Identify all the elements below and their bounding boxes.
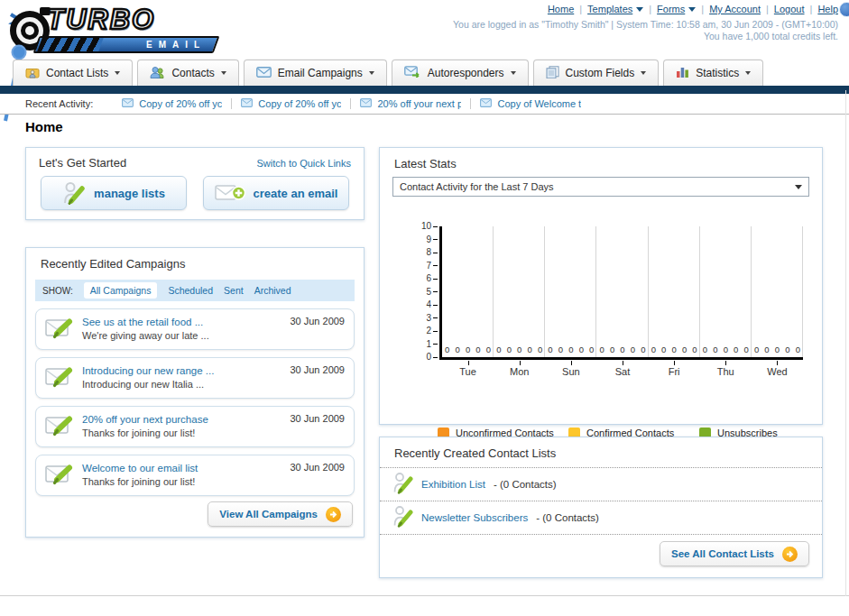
nav-link-label: Help	[817, 4, 838, 14]
chart-gridline	[699, 226, 700, 357]
recent-activity-item-label: 20% off your next p	[377, 98, 461, 109]
y-axis-tick-label: 4	[411, 299, 431, 309]
recent-activity-item-label: Copy of Welcome to	[497, 98, 581, 109]
bar-value-label: 0	[455, 345, 459, 354]
nav-link-forms[interactable]: Forms	[657, 4, 696, 14]
y-axis-tick-label: 3	[411, 313, 431, 323]
envelope-pencil-icon	[45, 414, 74, 440]
campaign-title-link[interactable]: 20% off your next purchase	[82, 413, 208, 428]
chevron-down-icon	[115, 71, 120, 75]
y-axis-tick-label: 10	[411, 221, 431, 231]
tab-label: Contact Lists	[46, 67, 108, 79]
contact-list-row[interactable]: Exhibition List- (0 Contacts)	[380, 467, 822, 501]
view-all-campaigns-label: View All Campaigns	[219, 509, 318, 519]
recent-activity-item[interactable]: Copy of 20% off yc	[232, 98, 351, 109]
bar-value-label: 0	[558, 345, 563, 354]
envelope-icon	[256, 67, 272, 80]
person-pencil-small-icon	[392, 505, 413, 531]
y-axis-tick	[433, 357, 438, 358]
bar-value-label: 0	[734, 345, 738, 354]
tab-email-campaigns[interactable]: Email Campaigns	[244, 60, 387, 86]
bar-value-label: 0	[713, 345, 717, 354]
campaign-card[interactable]: Introducing our new range ...Introducing…	[35, 357, 355, 399]
bar-value-label: 0	[579, 345, 584, 354]
contact-list-name-link[interactable]: Exhibition List	[421, 479, 485, 490]
campaign-subtitle: We're giving away our late ...	[82, 329, 209, 343]
logo-subtitle: EMAIL	[146, 40, 206, 50]
chart-gridline	[802, 226, 803, 357]
view-all-campaigns-button[interactable]: View All Campaigns	[208, 501, 353, 527]
recent-activity-item[interactable]: Copy of 20% off yc	[113, 98, 232, 109]
get-started-title: Let's Get Started	[39, 156, 126, 170]
nav-link-home[interactable]: Home	[548, 4, 574, 14]
campaign-card[interactable]: 20% off your next purchaseThanks for joi…	[35, 406, 355, 447]
filter-scheduled[interactable]: Scheduled	[168, 285, 213, 296]
bar-value-label: 0	[796, 345, 800, 354]
login-info: You are logged in as "Timothy Smith" | S…	[453, 19, 838, 30]
help-bubble-icon[interactable]	[839, 2, 849, 17]
nav-separator: |	[649, 4, 651, 14]
bar-value-label: 0	[651, 345, 656, 354]
y-axis-tick-label: 7	[411, 261, 431, 271]
envelope-small-icon	[122, 98, 134, 109]
bar-value-label: 0	[703, 345, 707, 354]
bar-value-label: 0	[641, 345, 645, 354]
recent-activity-item-label: Copy of 20% off yc	[139, 98, 222, 109]
campaign-card[interactable]: Welcome to our email listThanks for join…	[35, 455, 355, 496]
contact-list-row[interactable]: Newsletter Subscribers- (0 Contacts)	[380, 501, 822, 535]
logo-email-bar: EMAIL	[33, 36, 220, 53]
campaign-title-link[interactable]: Introducing our new range ...	[82, 364, 214, 379]
campaigns-title: Recently Edited Campaigns	[26, 248, 364, 276]
filter-sent[interactable]: Sent	[224, 285, 244, 296]
tab-contacts[interactable]: Contacts	[137, 60, 238, 86]
campaign-title-link[interactable]: Welcome to our email list	[82, 462, 198, 476]
contact-lists-panel: Recently Created Contact Lists Exhibitio…	[379, 437, 823, 578]
filter-all-campaigns[interactable]: All Campaigns	[84, 282, 158, 299]
x-axis-tick	[571, 361, 572, 365]
x-axis-tick	[777, 361, 778, 365]
y-axis-tick	[433, 253, 438, 253]
bar-value-label: 0	[692, 345, 697, 354]
chevron-down-icon	[688, 7, 696, 12]
chart-gridline	[648, 226, 649, 357]
y-axis-tick	[433, 344, 438, 345]
campaign-subtitle: Introducing our new Italia ...	[82, 378, 214, 391]
manage-lists-button[interactable]: manage lists	[41, 176, 187, 210]
campaign-card[interactable]: See us at the retail food ...We're givin…	[35, 308, 355, 350]
nav-link-label: Forms	[657, 4, 685, 14]
campaign-text: See us at the retail food ...We're givin…	[82, 316, 209, 343]
x-axis-tick	[468, 361, 469, 365]
campaign-text: 20% off your next purchaseThanks for joi…	[82, 413, 208, 440]
tab-autoresponders[interactable]: Autoresponders	[392, 60, 529, 86]
campaign-title-link[interactable]: See us at the retail food ...	[82, 316, 209, 330]
top-nav: Home|Templates|Forms|My Account|Logout|H…	[548, 4, 838, 14]
tab-contact-lists[interactable]: Contact Lists	[13, 60, 133, 86]
bar-value-label: 0	[754, 345, 759, 354]
pages-icon	[546, 66, 559, 81]
y-axis-tick	[433, 265, 438, 266]
y-axis-tick	[433, 291, 438, 292]
create-email-button[interactable]: create an email	[203, 176, 349, 210]
see-all-contact-lists-button[interactable]: See All Contact Lists	[660, 541, 809, 566]
main-menu: Contact ListsContactsEmail CampaignsAuto…	[13, 60, 763, 86]
nav-link-help[interactable]: Help	[817, 4, 838, 14]
recent-activity-item[interactable]: Copy of Welcome to	[471, 98, 590, 109]
tab-statistics[interactable]: Statistics	[663, 60, 763, 86]
nav-link-logout[interactable]: Logout	[774, 4, 805, 14]
chevron-down-icon	[745, 71, 751, 75]
tab-custom-fields[interactable]: Custom Fields	[533, 60, 660, 86]
manage-lists-label: manage lists	[94, 187, 165, 200]
campaign-list: See us at the retail food ...We're givin…	[26, 308, 364, 496]
x-axis-tick	[623, 361, 623, 365]
menu-divider-bar	[0, 86, 849, 94]
recent-activity-item[interactable]: 20% off your next p	[351, 98, 471, 109]
contacts-icon	[150, 66, 165, 81]
nav-link-my-account[interactable]: My Account	[709, 4, 761, 14]
tab-label: Custom Fields	[566, 67, 635, 79]
bar-value-label: 0	[507, 345, 512, 354]
filter-archived[interactable]: Archived	[254, 285, 291, 296]
nav-link-templates[interactable]: Templates	[587, 4, 643, 14]
bar-value-label: 0	[764, 345, 769, 354]
switch-quick-links-link[interactable]: Switch to Quick Links	[256, 158, 351, 169]
contact-list-name-link[interactable]: Newsletter Subscribers	[421, 512, 528, 523]
